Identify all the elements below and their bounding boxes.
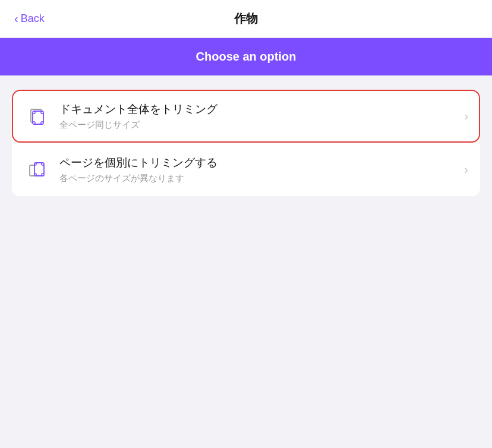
back-label: Back [21, 12, 45, 25]
chevron-left-icon: ‹ [14, 12, 18, 26]
trim-all-icon [24, 103, 50, 130]
option-trim-all[interactable]: ドキュメント全体をトリミング 全ページ同じサイズ › [12, 90, 480, 143]
chevron-right-icon: › [464, 109, 468, 123]
option-trim-individual[interactable]: ページを個別にトリミングする 各ページのサイズが異なります › [12, 143, 480, 196]
content-area: ドキュメント全体をトリミング 全ページ同じサイズ › [0, 75, 492, 210]
back-button[interactable]: ‹ Back [14, 12, 45, 26]
option-trim-individual-subtitle: 各ページのサイズが異なります [59, 173, 457, 184]
page-title: 作物 [234, 11, 258, 27]
options-card: ドキュメント全体をトリミング 全ページ同じサイズ › [12, 90, 480, 196]
trim-individual-icon [24, 157, 50, 183]
option-trim-all-subtitle: 全ページ同じサイズ [59, 119, 457, 131]
header: ‹ Back 作物 [0, 0, 492, 38]
banner-text: Choose an option [196, 50, 297, 63]
option-trim-all-text: ドキュメント全体をトリミング 全ページ同じサイズ [59, 102, 457, 131]
option-trim-all-title: ドキュメント全体をトリミング [59, 102, 457, 117]
option-trim-individual-text: ページを個別にトリミングする 各ページのサイズが異なります [59, 155, 457, 184]
chevron-right-icon-2: › [464, 163, 468, 176]
banner: Choose an option [0, 38, 492, 75]
option-trim-individual-title: ページを個別にトリミングする [59, 155, 457, 171]
